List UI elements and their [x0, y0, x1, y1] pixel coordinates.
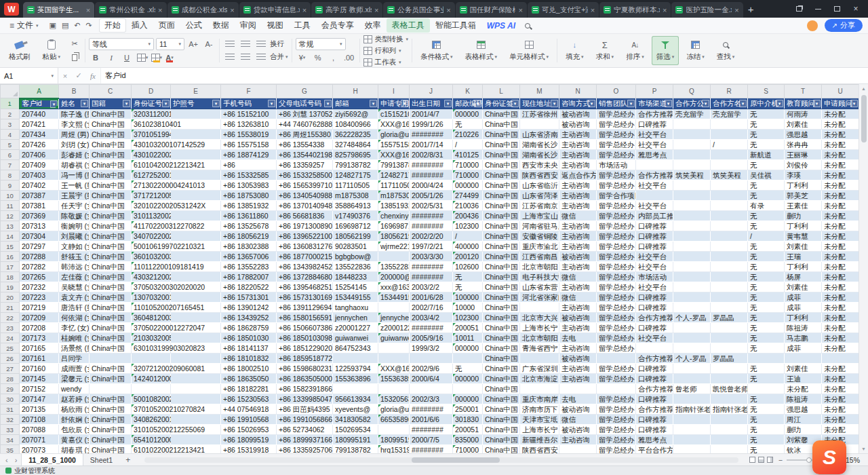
cell-S15[interactable]: 无	[748, 242, 785, 252]
filter-dropdown-icon[interactable]: ▾	[268, 100, 275, 107]
cell-I30[interactable]: 153205639	[378, 394, 410, 404]
cell-G31[interactable]: +86 田茁妈4395	[277, 404, 333, 415]
cell-F15[interactable]: +86 18302388	[221, 242, 277, 252]
cell-A28[interactable]: 207145	[20, 374, 59, 384]
header-cell-H1[interactable]: 邮箱▾	[333, 98, 378, 109]
cell-U31[interactable]: 未分配	[822, 404, 859, 415]
column-header-G[interactable]: G	[277, 85, 333, 98]
cell-F25[interactable]: +86 18141137	[221, 343, 277, 354]
cell-F18[interactable]: +86 17882007	[221, 272, 277, 282]
cell-G35[interactable]: +86 1335925706	[277, 445, 333, 454]
cell-L3[interactable]: China中国	[483, 119, 520, 130]
cell-A18[interactable]: 207265	[20, 272, 59, 282]
cell-H27[interactable]: 122593794	[333, 364, 378, 374]
cell-N16[interactable]: 被动咨询	[559, 252, 597, 262]
cell-D17[interactable]: 110112200109181419	[132, 262, 171, 272]
cell-N32[interactable]: 微信	[559, 415, 597, 425]
cell-I31[interactable]: gloria@uk	[378, 404, 410, 415]
cell-T31[interactable]: 强思越	[785, 404, 822, 415]
cell-R7[interactable]	[711, 160, 748, 170]
cell-E27[interactable]	[171, 364, 221, 374]
cell-C2[interactable]: China中国	[90, 109, 132, 119]
cell-N9[interactable]: 主动咨询	[559, 180, 597, 191]
cell-R18[interactable]	[711, 272, 748, 282]
cut-button[interactable]: ✂	[68, 39, 81, 50]
cell-S3[interactable]: 无	[748, 119, 785, 130]
cell-G5[interactable]: +86 13554338	[277, 140, 333, 150]
cell-N33[interactable]: 被动咨询	[559, 425, 597, 435]
cell-T6[interactable]: 王丽琳	[785, 150, 822, 160]
cell-L23[interactable]: China中国	[483, 323, 520, 333]
cell-F24[interactable]: +86 18501030	[221, 333, 277, 343]
cell-L15[interactable]: China中国	[483, 242, 520, 252]
cell-N14[interactable]: 主动咨询	[559, 231, 597, 242]
cell-F10[interactable]: +86 18753080	[221, 191, 277, 201]
cell-T14[interactable]: 黄韦慧	[785, 231, 822, 242]
cell-O25[interactable]: 留学总经办	[597, 343, 636, 354]
cell-N22[interactable]: 被动咨询	[559, 313, 597, 323]
cell-U16[interactable]: 未分配	[822, 252, 859, 262]
column-header-Q[interactable]: Q	[673, 85, 711, 98]
cell-A19[interactable]: 207232	[20, 282, 59, 292]
cell-A16[interactable]: 207288	[20, 252, 59, 262]
cell-J8[interactable]: ########	[410, 170, 453, 180]
add-sheet-button[interactable]: +	[121, 455, 135, 465]
cell-O18[interactable]: 留学总经办	[597, 272, 636, 282]
cell-O31[interactable]: 留学总经办	[597, 404, 636, 415]
cell-P12[interactable]: 内部员工推荐	[636, 211, 673, 221]
paste-button[interactable]: 粘贴▾	[38, 36, 66, 65]
menu-item-工具[interactable]: 工具	[289, 18, 316, 33]
row-header-34[interactable]: 34	[1, 435, 20, 445]
cell-B29[interactable]: wendy	[59, 384, 90, 394]
cell-D33[interactable]: 310105200212255069	[132, 425, 171, 435]
header-cell-B1[interactable]: 姓名▾	[59, 98, 90, 109]
cell-K27[interactable]: 无	[453, 364, 483, 374]
cell-K12[interactable]: 200436	[453, 211, 483, 221]
maximize-icon[interactable]	[829, 2, 845, 16]
cell-T15[interactable]: 刘素佳	[785, 242, 822, 252]
cell-D13[interactable]: 411702200312270822	[132, 221, 171, 231]
cell-J9[interactable]: 2000/4/24	[410, 180, 453, 191]
cell-F2[interactable]: +86 15152100	[221, 109, 277, 119]
cell-T7[interactable]: 刘俊伶	[785, 160, 822, 170]
cell-O6[interactable]: 留学总经办	[597, 150, 636, 160]
cell-E20[interactable]	[171, 292, 221, 303]
header-cell-I1[interactable]: 申请专用▾	[378, 98, 410, 109]
cell-M29[interactable]	[520, 384, 559, 394]
cell-S7[interactable]: 无	[748, 160, 785, 170]
cell-J24[interactable]: 2005/9/16	[410, 333, 453, 343]
cell-K9[interactable]: 000000	[453, 180, 483, 191]
cell-D8[interactable]: 612725200110100019	[132, 170, 171, 180]
cell-G27[interactable]: +86 1598680231	[277, 364, 333, 374]
cell-I29[interactable]	[378, 384, 410, 394]
cell-U6[interactable]: 未分配	[822, 150, 859, 160]
cell-S16[interactable]: 无	[748, 252, 785, 262]
cell-U32[interactable]: 未分配	[822, 415, 859, 425]
cell-P32[interactable]: 口碑推荐	[636, 415, 673, 425]
cell-L9[interactable]: China中国	[483, 180, 520, 191]
align-bottom-icon[interactable]	[254, 39, 268, 50]
cell-R33[interactable]	[711, 425, 748, 435]
cell-J35[interactable]: ########	[410, 445, 453, 454]
file-tab[interactable]: 医护五险一金.xlsx×	[671, 2, 743, 18]
cell-S6[interactable]: 新航道	[748, 150, 785, 160]
cell-M23[interactable]: 上海市长宁	[520, 323, 559, 333]
cell-G30[interactable]: +86 1339985047	[277, 394, 333, 404]
cell-P23[interactable]: 口碑推荐	[636, 323, 673, 333]
wrap-text-button[interactable]: 换行	[270, 39, 284, 49]
cell-R32[interactable]	[711, 415, 748, 425]
cell-L20[interactable]: China中国	[483, 292, 520, 303]
cell-G7[interactable]: +86 13359257	[277, 160, 333, 170]
cell-B16[interactable]: 舒筱玉 (女	[59, 252, 90, 262]
cell-P29[interactable]: 合作方推荐	[636, 384, 673, 394]
row-header-9[interactable]: 9	[1, 180, 20, 191]
cell-S5[interactable]: 无	[748, 140, 785, 150]
cell-U21[interactable]: 未分配	[822, 303, 859, 313]
cell-S2[interactable]: 无	[748, 109, 785, 119]
redo-icon[interactable]: ↷	[83, 21, 95, 30]
menu-item-会员专享[interactable]: 会员专享	[316, 18, 359, 33]
cell-F34[interactable]: +86 18099519	[221, 435, 277, 445]
cell-Q7[interactable]	[673, 160, 711, 170]
cell-style-button[interactable]: 单元格样式▾	[505, 36, 553, 65]
cell-O27[interactable]: 留学总经办	[597, 364, 636, 374]
